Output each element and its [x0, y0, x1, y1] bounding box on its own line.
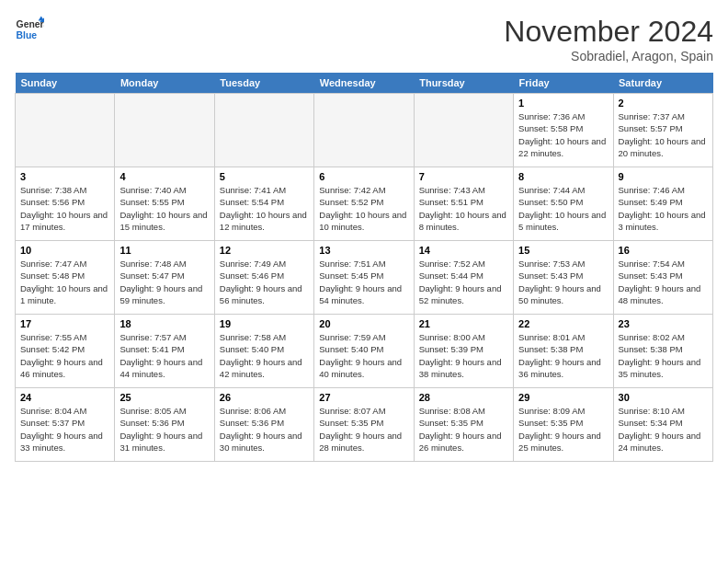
calendar-day-cell: 23 Sunrise: 8:02 AMSunset: 5:38 PMDaylig… [613, 315, 712, 388]
day-number: 29 [518, 392, 608, 403]
day-number: 9 [619, 171, 708, 182]
day-info: Sunrise: 8:04 AMSunset: 5:37 PMDaylight:… [20, 405, 109, 454]
calendar-day-cell: 18 Sunrise: 7:57 AMSunset: 5:41 PMDaylig… [115, 315, 214, 388]
day-number: 19 [220, 318, 309, 329]
day-info: Sunrise: 8:08 AMSunset: 5:35 PMDaylight:… [419, 405, 508, 454]
calendar-day-cell [214, 94, 313, 167]
day-number: 6 [319, 171, 408, 182]
weekday-header: Saturday [613, 73, 712, 94]
calendar-day-cell: 13 Sunrise: 7:51 AMSunset: 5:45 PMDaylig… [314, 241, 414, 315]
day-info: Sunrise: 7:46 AMSunset: 5:49 PMDaylight:… [619, 184, 708, 233]
calendar-day-cell: 30 Sunrise: 8:10 AMSunset: 5:34 PMDaylig… [613, 388, 712, 462]
day-info: Sunrise: 7:53 AMSunset: 5:43 PMDaylight:… [518, 258, 608, 306]
day-info: Sunrise: 7:49 AMSunset: 5:46 PMDaylight:… [220, 258, 309, 306]
day-number: 2 [619, 98, 708, 109]
month-title: November 2024 [504, 15, 713, 49]
day-info: Sunrise: 7:38 AMSunset: 5:56 PMDaylight:… [20, 184, 109, 233]
calendar-day-cell: 10 Sunrise: 7:47 AMSunset: 5:48 PMDaylig… [16, 241, 115, 315]
header: General Blue November 2024 Sobradiel, Ar… [15, 15, 713, 63]
day-info: Sunrise: 7:37 AMSunset: 5:57 PMDaylight:… [619, 110, 708, 159]
day-info: Sunrise: 7:52 AMSunset: 5:44 PMDaylight:… [419, 258, 508, 306]
calendar-week-row: 24 Sunrise: 8:04 AMSunset: 5:37 PMDaylig… [16, 388, 713, 462]
calendar-day-cell: 6 Sunrise: 7:42 AMSunset: 5:52 PMDayligh… [314, 167, 414, 241]
day-number: 18 [119, 318, 209, 329]
day-info: Sunrise: 7:58 AMSunset: 5:40 PMDaylight:… [220, 331, 309, 380]
svg-text:Blue: Blue [17, 30, 38, 40]
day-number: 24 [20, 392, 109, 403]
calendar-day-cell: 3 Sunrise: 7:38 AMSunset: 5:56 PMDayligh… [16, 167, 115, 241]
weekday-header: Thursday [414, 73, 513, 94]
calendar-day-cell: 24 Sunrise: 8:04 AMSunset: 5:37 PMDaylig… [16, 388, 115, 462]
calendar-week-row: 3 Sunrise: 7:38 AMSunset: 5:56 PMDayligh… [16, 167, 713, 241]
calendar-day-cell: 15 Sunrise: 7:53 AMSunset: 5:43 PMDaylig… [514, 241, 613, 315]
day-number: 28 [419, 392, 508, 403]
calendar-day-cell: 26 Sunrise: 8:06 AMSunset: 5:36 PMDaylig… [214, 388, 313, 462]
calendar-day-cell: 5 Sunrise: 7:41 AMSunset: 5:54 PMDayligh… [214, 167, 313, 241]
calendar-week-row: 17 Sunrise: 7:55 AMSunset: 5:42 PMDaylig… [16, 315, 713, 388]
day-number: 25 [119, 392, 209, 403]
calendar-day-cell: 22 Sunrise: 8:01 AMSunset: 5:38 PMDaylig… [514, 315, 613, 388]
day-number: 8 [518, 171, 608, 182]
calendar-day-cell [414, 94, 513, 167]
calendar-day-cell: 21 Sunrise: 8:00 AMSunset: 5:39 PMDaylig… [414, 315, 513, 388]
day-number: 17 [20, 318, 109, 329]
day-info: Sunrise: 7:42 AMSunset: 5:52 PMDaylight:… [319, 184, 408, 233]
day-info: Sunrise: 7:36 AMSunset: 5:58 PMDaylight:… [518, 110, 608, 159]
day-info: Sunrise: 7:48 AMSunset: 5:47 PMDaylight:… [119, 258, 209, 306]
day-info: Sunrise: 8:01 AMSunset: 5:38 PMDaylight:… [518, 331, 608, 380]
logo: General Blue [15, 15, 44, 44]
calendar-day-cell [16, 94, 115, 167]
day-number: 10 [20, 245, 109, 256]
calendar-day-cell [314, 94, 414, 167]
weekday-header-row: SundayMondayTuesdayWednesdayThursdayFrid… [16, 73, 713, 94]
day-number: 7 [419, 171, 508, 182]
day-number: 21 [419, 318, 508, 329]
logo-icon: General Blue [15, 15, 44, 44]
day-number: 5 [220, 171, 309, 182]
day-info: Sunrise: 7:43 AMSunset: 5:51 PMDaylight:… [419, 184, 508, 233]
day-info: Sunrise: 8:09 AMSunset: 5:35 PMDaylight:… [518, 405, 608, 454]
calendar-day-cell: 27 Sunrise: 8:07 AMSunset: 5:35 PMDaylig… [314, 388, 414, 462]
day-number: 14 [419, 245, 508, 256]
calendar-day-cell: 14 Sunrise: 7:52 AMSunset: 5:44 PMDaylig… [414, 241, 513, 315]
day-info: Sunrise: 8:07 AMSunset: 5:35 PMDaylight:… [319, 405, 408, 454]
day-info: Sunrise: 7:54 AMSunset: 5:43 PMDaylight:… [619, 258, 708, 306]
day-number: 1 [518, 98, 608, 109]
calendar-week-row: 1 Sunrise: 7:36 AMSunset: 5:58 PMDayligh… [16, 94, 713, 167]
day-info: Sunrise: 7:41 AMSunset: 5:54 PMDaylight:… [220, 184, 309, 233]
day-info: Sunrise: 7:47 AMSunset: 5:48 PMDaylight:… [20, 258, 109, 306]
day-info: Sunrise: 7:55 AMSunset: 5:42 PMDaylight:… [20, 331, 109, 380]
day-info: Sunrise: 7:59 AMSunset: 5:40 PMDaylight:… [319, 331, 408, 380]
calendar-day-cell: 2 Sunrise: 7:37 AMSunset: 5:57 PMDayligh… [613, 94, 712, 167]
day-number: 23 [619, 318, 708, 329]
day-number: 16 [619, 245, 708, 256]
day-info: Sunrise: 7:51 AMSunset: 5:45 PMDaylight:… [319, 258, 408, 306]
svg-text:General: General [17, 19, 44, 29]
calendar-day-cell: 17 Sunrise: 7:55 AMSunset: 5:42 PMDaylig… [16, 315, 115, 388]
calendar-day-cell: 16 Sunrise: 7:54 AMSunset: 5:43 PMDaylig… [613, 241, 712, 315]
location-subtitle: Sobradiel, Aragon, Spain [504, 49, 713, 63]
calendar-day-cell: 4 Sunrise: 7:40 AMSunset: 5:55 PMDayligh… [115, 167, 214, 241]
calendar-day-cell: 9 Sunrise: 7:46 AMSunset: 5:49 PMDayligh… [613, 167, 712, 241]
calendar-day-cell: 1 Sunrise: 7:36 AMSunset: 5:58 PMDayligh… [514, 94, 613, 167]
weekday-header: Tuesday [214, 73, 313, 94]
day-number: 15 [518, 245, 608, 256]
calendar-day-cell: 11 Sunrise: 7:48 AMSunset: 5:47 PMDaylig… [115, 241, 214, 315]
day-number: 4 [119, 171, 209, 182]
calendar-day-cell: 12 Sunrise: 7:49 AMSunset: 5:46 PMDaylig… [214, 241, 313, 315]
calendar-day-cell: 19 Sunrise: 7:58 AMSunset: 5:40 PMDaylig… [214, 315, 313, 388]
day-number: 26 [220, 392, 309, 403]
day-info: Sunrise: 8:00 AMSunset: 5:39 PMDaylight:… [419, 331, 508, 380]
day-number: 11 [119, 245, 209, 256]
weekday-header: Friday [514, 73, 613, 94]
calendar-day-cell: 28 Sunrise: 8:08 AMSunset: 5:35 PMDaylig… [414, 388, 513, 462]
day-number: 12 [220, 245, 309, 256]
day-info: Sunrise: 8:05 AMSunset: 5:36 PMDaylight:… [119, 405, 209, 454]
calendar-day-cell: 29 Sunrise: 8:09 AMSunset: 5:35 PMDaylig… [514, 388, 613, 462]
title-section: November 2024 Sobradiel, Aragon, Spain [504, 15, 713, 63]
day-number: 13 [319, 245, 408, 256]
day-info: Sunrise: 8:10 AMSunset: 5:34 PMDaylight:… [619, 405, 708, 454]
weekday-header: Sunday [16, 73, 115, 94]
calendar-day-cell: 7 Sunrise: 7:43 AMSunset: 5:51 PMDayligh… [414, 167, 513, 241]
calendar-week-row: 10 Sunrise: 7:47 AMSunset: 5:48 PMDaylig… [16, 241, 713, 315]
